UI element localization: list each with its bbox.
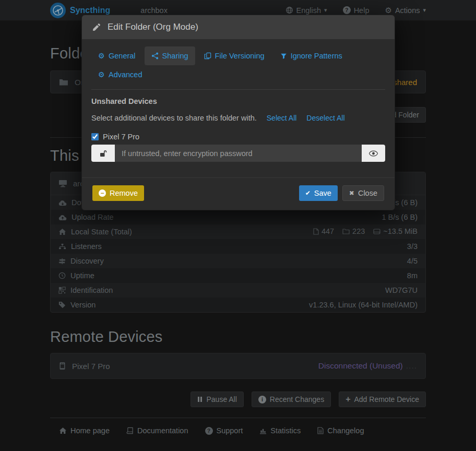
- edit-folder-dialog: Edit Folder (Org Mode) ⚙ General Sharing…: [81, 15, 395, 210]
- footer-link-changelog[interactable]: Changelog: [317, 426, 364, 435]
- share-icon: [151, 52, 159, 60]
- footer-link-documentation[interactable]: Documentation: [126, 426, 188, 435]
- expand-ellipsis-icon: ....: [406, 361, 417, 371]
- files-count: 447: [322, 227, 334, 235]
- stat-value: 1 B/s (6 B): [207, 210, 425, 224]
- table-row: Uptime 8m: [51, 268, 425, 283]
- device-checkbox[interactable]: [91, 133, 99, 140]
- identification-value[interactable]: WD7G7U: [207, 283, 425, 298]
- syncthing-logo-icon: [50, 3, 66, 18]
- chevron-down-icon: ▾: [423, 7, 426, 14]
- pause-all-button[interactable]: Pause All: [191, 391, 243, 407]
- tab-general[interactable]: ⚙ General: [91, 46, 142, 65]
- question-icon: ?: [205, 427, 213, 435]
- remove-button[interactable]: − Remove: [92, 185, 144, 201]
- remote-device-row[interactable]: Pixel 7 Pro Disconnected (Unused) ....: [50, 353, 426, 379]
- chevron-down-icon: ▾: [324, 7, 327, 14]
- directory-icon: [342, 228, 350, 234]
- remote-device-status: Disconnected (Unused): [318, 361, 403, 371]
- table-row: Discovery 4/5: [51, 254, 425, 268]
- footer-link-statistics[interactable]: Statistics: [259, 426, 301, 435]
- language-menu[interactable]: English ▾: [285, 6, 327, 15]
- tab-advanced[interactable]: ⚙ Advanced: [91, 65, 149, 84]
- pencil-icon: [92, 23, 101, 31]
- mobile-icon: [59, 362, 66, 370]
- stat-label: Uptime: [70, 271, 94, 280]
- select-all-link[interactable]: Select All: [267, 114, 297, 122]
- cloud-download-icon: [58, 200, 67, 206]
- remote-device-name: Pixel 7 Pro: [72, 362, 110, 371]
- actions-label: Actions: [395, 6, 420, 15]
- stat-label: Local State (Total): [71, 228, 132, 236]
- footer-link-home[interactable]: Home page: [59, 426, 110, 435]
- share-prompt: Select additional devices to share this …: [91, 114, 257, 122]
- stat-label: Listeners: [71, 242, 102, 251]
- filter-icon: [280, 53, 287, 60]
- stat-label: Identification: [70, 286, 113, 294]
- close-button[interactable]: ✖ Close: [342, 185, 384, 201]
- tabs-divider: [91, 89, 385, 90]
- dialog-title: Edit Folder (Org Mode): [108, 22, 198, 32]
- plus-icon: +: [346, 395, 350, 404]
- home-icon: [59, 427, 67, 434]
- dirs-count: 223: [352, 227, 365, 235]
- file-lines-icon: [317, 427, 324, 434]
- tab-sharing[interactable]: Sharing: [145, 46, 195, 65]
- language-label: English: [296, 6, 322, 15]
- table-row: Listeners 3/3: [51, 239, 425, 254]
- minus-circle-icon: −: [99, 189, 106, 197]
- sitemap-icon: [58, 243, 66, 250]
- book-icon: [126, 427, 134, 434]
- stat-label: Discovery: [70, 257, 104, 265]
- disk-icon: [373, 229, 380, 234]
- home-icon: [58, 228, 66, 235]
- recent-changes-label: Recent Changes: [270, 395, 324, 403]
- deselect-all-link[interactable]: Deselect All: [306, 114, 344, 122]
- table-row: Identification WD7G7U: [51, 283, 425, 298]
- dialog-tabs: ⚙ General Sharing File Versioning Ignor: [91, 46, 385, 84]
- encryption-password-group: [91, 145, 385, 162]
- dialog-header: Edit Folder (Org Mode): [82, 15, 395, 39]
- version-value: v1.23.6, Linux (64-bit Intel/AMD): [207, 298, 425, 312]
- help-menu[interactable]: ? Help: [343, 6, 370, 15]
- unlock-icon[interactable]: [91, 145, 115, 162]
- tab-ignore-patterns[interactable]: Ignore Patterns: [273, 46, 349, 65]
- table-row: Version v1.23.6, Linux (64-bit Intel/AMD…: [51, 298, 425, 312]
- bar-chart-icon: [259, 428, 267, 434]
- check-icon: ✔: [305, 190, 311, 196]
- tag-icon: [58, 301, 66, 308]
- globe-icon: [285, 6, 293, 14]
- recent-changes-button[interactable]: i Recent Changes: [252, 391, 331, 407]
- discovery-value: 4/5: [207, 254, 425, 268]
- question-icon: ?: [343, 6, 351, 14]
- clock-icon: [58, 272, 66, 279]
- dialog-footer: − Remove ✔ Save ✖ Close: [82, 177, 395, 210]
- actions-menu[interactable]: ⚙ Actions ▾: [385, 6, 426, 15]
- uptime-value: 8m: [207, 268, 425, 283]
- add-remote-device-button[interactable]: + Add Remote Device: [339, 391, 426, 407]
- listeners-value: 3/3: [207, 239, 425, 254]
- footer-link-support[interactable]: ? Support: [205, 426, 243, 435]
- unshared-devices-title: Unshared Devices: [91, 97, 385, 105]
- device-checkbox-row[interactable]: Pixel 7 Pro: [91, 133, 385, 141]
- brand-label: Syncthing: [70, 6, 110, 15]
- qrcode-icon: [58, 287, 66, 294]
- cloud-upload-icon: [58, 215, 67, 221]
- pause-icon: [197, 396, 203, 402]
- encryption-password-input[interactable]: [115, 145, 362, 162]
- close-icon: ✖: [349, 190, 354, 196]
- tab-file-versioning[interactable]: File Versioning: [197, 46, 271, 65]
- page-footer: Home page Documentation ? Support Statis…: [50, 418, 426, 435]
- remote-devices-heading: Remote Devices: [50, 328, 426, 346]
- add-remote-device-label: Add Remote Device: [354, 395, 419, 403]
- navbar-device-name: archbox: [140, 6, 168, 15]
- file-icon: [313, 228, 319, 235]
- gear-icon: ⚙: [385, 6, 391, 15]
- save-button[interactable]: ✔ Save: [299, 185, 338, 201]
- eye-icon[interactable]: [362, 145, 385, 162]
- device-stats-table: Download Rate 0 B/s (6 B) Upload Rate 1 …: [51, 195, 425, 312]
- help-label: Help: [354, 6, 370, 15]
- computer-icon: [58, 180, 67, 187]
- signpost-icon: [58, 258, 66, 265]
- copy-icon: [204, 52, 211, 60]
